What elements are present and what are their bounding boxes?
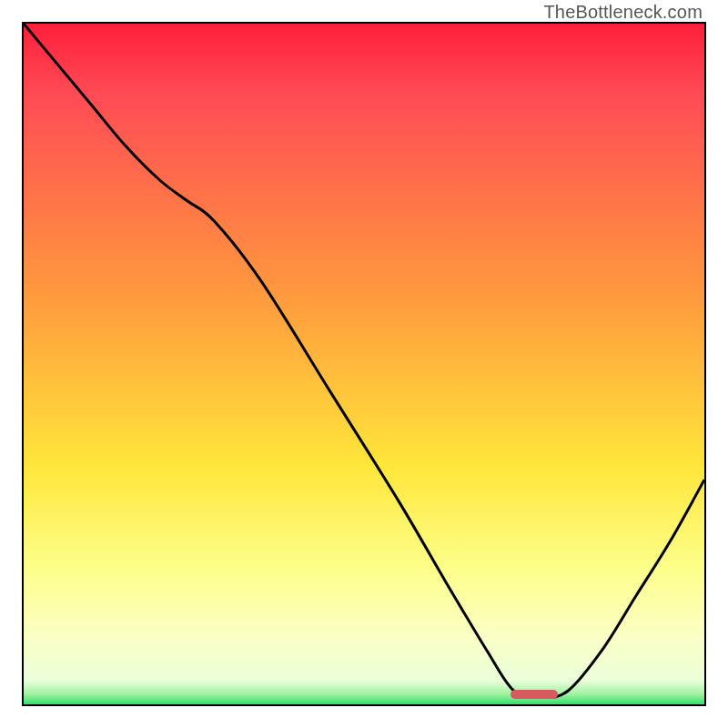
chart-frame <box>22 22 706 706</box>
watermark-text: TheBottleneck.com <box>543 2 703 23</box>
bottleneck-curve <box>24 24 704 704</box>
curve-path <box>24 24 704 698</box>
optimal-marker <box>511 690 558 699</box>
